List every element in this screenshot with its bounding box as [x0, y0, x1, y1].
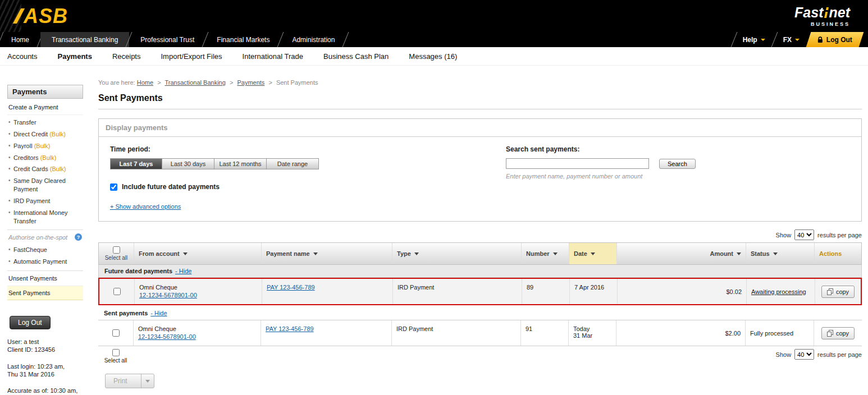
subnav-item-payments[interactable]: Payments: [57, 52, 92, 61]
column-header-payment-name[interactable]: Payment name: [261, 243, 392, 264]
sidebar-item-label: Automatic Payment: [13, 258, 67, 265]
date-cell: 7 Apr 2016: [569, 279, 617, 304]
sidebar: Payments Create a Payment Transfer Direc…: [7, 79, 83, 395]
sidebar-item-unsent-payments[interactable]: Unsent Payments: [7, 270, 83, 286]
select-all-checkbox[interactable]: [112, 349, 120, 356]
sent-section-title: Sent payments: [104, 310, 148, 316]
fastnet-name: Fast net: [794, 6, 850, 20]
sidebar-item-ird-payment[interactable]: IRD Payment: [7, 195, 83, 207]
copy-icon: [827, 330, 833, 337]
print-button[interactable]: Print: [105, 374, 154, 388]
payment-name-link[interactable]: PAY 123-456-789: [267, 284, 388, 291]
sidebar-item-credit-cards[interactable]: Credit Cards (Bulk): [7, 163, 83, 175]
sidebar-logout-button[interactable]: Log Out: [10, 316, 51, 329]
breadcrumb-link-transactional-banking[interactable]: Transactional Banking: [165, 79, 225, 86]
tab-home-label: Home: [11, 36, 29, 44]
sidebar-item-payroll[interactable]: Payroll (Bulk): [7, 140, 83, 152]
column-header-status[interactable]: Status: [746, 243, 814, 264]
column-header-type[interactable]: Type: [392, 243, 521, 264]
main: You are here: Home > Transactional Banki…: [98, 79, 862, 395]
include-future-checkbox[interactable]: [110, 183, 117, 191]
amount-cell: $2.00: [616, 320, 745, 346]
breadcrumb-link-home[interactable]: Home: [137, 79, 153, 86]
page-title: Sent Payments: [98, 93, 862, 109]
select-all-checkbox[interactable]: [113, 246, 120, 254]
time-button-last-7-days[interactable]: Last 7 days: [110, 158, 162, 169]
subnav-item-accounts[interactable]: Accounts: [7, 52, 37, 61]
breadcrumb-prefix: You are here:: [98, 79, 135, 86]
sidebar-item-fastcheque[interactable]: FastCheque: [7, 244, 83, 256]
subnav-item-messages[interactable]: Messages (16): [409, 52, 457, 61]
chevron-down-icon: [145, 380, 150, 383]
tab-administration[interactable]: Administration: [281, 32, 346, 47]
results-per-page-select[interactable]: 40: [794, 229, 814, 240]
tab-financial-markets[interactable]: Financial Markets: [205, 32, 281, 47]
content: Payments Create a Payment Transfer Direc…: [0, 66, 868, 395]
breadcrumb-separator: >: [268, 79, 272, 86]
column-header-from-account[interactable]: From account: [134, 243, 261, 264]
sidebar-item-label: Direct Credit: [13, 131, 49, 137]
show-advanced-options-link[interactable]: + Show advanced options: [110, 203, 181, 210]
breadcrumb-link-payments[interactable]: Payments: [237, 79, 264, 86]
print-button-label: Print: [106, 374, 141, 388]
search-button[interactable]: Search: [659, 159, 696, 169]
tab-transactional-banking[interactable]: Transactional Banking: [40, 32, 129, 47]
time-button-last-12-months[interactable]: Last 12 months: [214, 158, 267, 169]
last-login-line-1: Last login: 10:23 am,: [7, 362, 83, 370]
column-header-amount[interactable]: Amount: [616, 243, 746, 264]
sidebar-item-create-a-payment[interactable]: Create a Payment: [7, 99, 83, 115]
help-menu[interactable]: Help: [734, 32, 774, 47]
account-number-link[interactable]: 12-1234-5678901-00: [139, 292, 257, 298]
sidebar-item-transfer[interactable]: Transfer: [7, 117, 83, 128]
number-cell: 91: [520, 320, 568, 346]
logout-button[interactable]: Log Out: [806, 32, 864, 47]
print-dropdown[interactable]: [141, 374, 154, 388]
sort-arrow-icon: [737, 252, 741, 255]
payment-name-cell: PAY 123-456-789: [261, 320, 391, 346]
sort-arrow-icon: [313, 252, 318, 255]
sidebar-item-direct-credit[interactable]: Direct Credit (Bulk): [7, 128, 83, 140]
column-header-number[interactable]: Number: [521, 243, 569, 264]
copy-button[interactable]: copy: [821, 286, 855, 298]
sidebar-item-sent-payments[interactable]: Sent Payments: [7, 286, 83, 300]
subnav-item-import-export[interactable]: Import/Export Files: [161, 52, 222, 61]
table-footer: Select all Show 40 results per page: [98, 349, 862, 364]
sidebar-payment-types: Transfer Direct Credit (Bulk) Payroll (B…: [7, 115, 83, 227]
sidebar-item-label: FastCheque: [13, 246, 47, 253]
actions-cell: copy: [815, 279, 861, 304]
tab-home[interactable]: Home: [0, 32, 40, 47]
subnav-item-international-trade[interactable]: International Trade: [243, 52, 303, 61]
payment-name-cell: PAY 123-456-789: [262, 279, 392, 304]
row-checkbox[interactable]: [113, 288, 121, 295]
account-number-link[interactable]: 12-1234-5678901-00: [138, 333, 256, 340]
account-name: Omni Cheque: [139, 284, 257, 291]
time-button-last-30-days[interactable]: Last 30 days: [162, 158, 214, 169]
status-link[interactable]: Awaiting processing: [751, 288, 810, 295]
subnav-item-business-cash-plan[interactable]: Business Cash Plan: [323, 52, 389, 61]
select-all-label: Select all: [104, 357, 127, 364]
copy-button[interactable]: copy: [821, 327, 855, 339]
masthead: ASB Fast net BUSINESS: [0, 0, 868, 32]
help-icon[interactable]: ?: [75, 233, 82, 241]
column-header-date[interactable]: Date: [569, 243, 616, 264]
per-page-label: results per page: [817, 232, 862, 238]
status-text: Fully processed: [750, 330, 809, 337]
subnav-item-receipts[interactable]: Receipts: [112, 52, 141, 61]
sidebar-item-international-money-transfer[interactable]: International Money Transfer: [7, 207, 83, 227]
row-checkbox[interactable]: [112, 329, 120, 337]
type-cell: IRD Payment: [392, 279, 522, 304]
breadcrumb-current: Sent Payments: [276, 79, 318, 86]
sidebar-item-same-day-cleared[interactable]: Same Day Cleared Payment: [7, 175, 83, 195]
payment-name-link[interactable]: PAY 123-456-789: [266, 325, 387, 332]
column-label: Payment name: [266, 250, 310, 257]
tab-professional-trust[interactable]: Professional Trust: [129, 32, 205, 47]
sidebar-item-automatic-payment[interactable]: Automatic Payment: [7, 256, 83, 268]
results-per-page-select[interactable]: 40: [794, 349, 814, 360]
search-input[interactable]: [506, 158, 649, 169]
sidebar-item-creditors[interactable]: Creditors (Bulk): [7, 152, 83, 164]
hide-sent-link[interactable]: - Hide: [150, 310, 167, 316]
hide-future-link[interactable]: - Hide: [175, 268, 191, 274]
fx-menu[interactable]: FX: [774, 32, 808, 47]
last-login-line-2: Thu 31 Mar 2016: [7, 370, 83, 378]
time-button-date-range[interactable]: Date range: [267, 158, 319, 169]
